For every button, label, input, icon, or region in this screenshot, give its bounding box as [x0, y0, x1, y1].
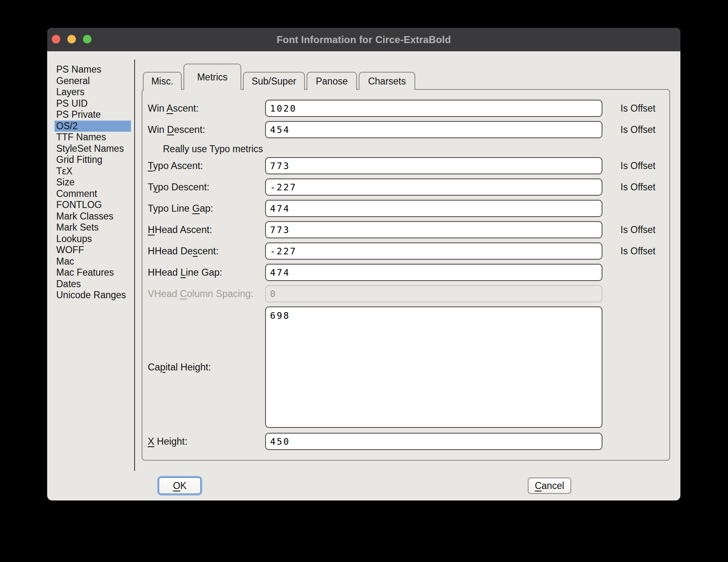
capital-height-input[interactable]: 698: [265, 306, 602, 428]
hhead-ascent-input[interactable]: [265, 221, 602, 238]
zoom-button-icon[interactable]: [83, 35, 92, 43]
hhead-line-gap-label: HHead Line Gap:: [148, 264, 271, 281]
close-button-icon[interactable]: [52, 35, 60, 43]
minimize-button-icon[interactable]: [67, 35, 76, 43]
sidebar-item-ttf-names[interactable]: TTF Names: [55, 132, 131, 143]
hhead-descent-input[interactable]: [265, 242, 602, 260]
sidebar-item-general[interactable]: General: [55, 75, 131, 87]
sidebar-item-grid-fitting[interactable]: Grid Fitting: [55, 154, 131, 166]
sidebar-item-os2[interactable]: OS/2: [55, 121, 131, 132]
x-height-label: X Height:: [148, 433, 271, 450]
sidebar-item-styleset-names[interactable]: StyleSet Names: [55, 143, 131, 155]
sidebar: PS Names General Layers PS UID PS Privat…: [55, 64, 131, 301]
hhead-line-gap-input[interactable]: [265, 264, 602, 281]
typo-descent-is-offset-checkbox[interactable]: Is Offset: [620, 178, 680, 196]
hhead-descent-is-offset-checkbox[interactable]: Is Offset: [620, 242, 680, 260]
tab-sub-super[interactable]: Sub/Super: [243, 72, 305, 90]
typo-descent-input[interactable]: [265, 178, 602, 196]
hhead-ascent-is-offset-checkbox[interactable]: Is Offset: [620, 221, 680, 238]
ok-button[interactable]: OK: [158, 477, 201, 494]
cancel-button[interactable]: Cancel: [528, 477, 571, 494]
vhead-column-spacing-input: [265, 285, 602, 302]
win-descent-input[interactable]: [265, 121, 602, 138]
titlebar[interactable]: Font Information for Circe-ExtraBold: [47, 28, 680, 51]
sidebar-item-dates[interactable]: Dates: [55, 279, 131, 290]
typo-ascent-is-offset-checkbox[interactable]: Is Offset: [620, 157, 680, 174]
font-information-window: Font Information for Circe-ExtraBold PS …: [47, 28, 680, 500]
tab-bar: Misc. Metrics Sub/Super Panose Charsets: [143, 64, 415, 90]
sidebar-item-mark-sets[interactable]: Mark Sets: [55, 222, 131, 233]
sidebar-item-layers[interactable]: Layers: [55, 87, 131, 98]
win-ascent-label: Win Ascent:: [148, 100, 271, 117]
tab-metrics[interactable]: Metrics: [183, 64, 241, 90]
typo-ascent-label: Typo Ascent:: [148, 157, 271, 174]
tab-misc[interactable]: Misc.: [143, 72, 182, 90]
really-use-typo-metrics-checkbox[interactable]: Really use Typo metrics: [163, 144, 263, 155]
sidebar-item-size[interactable]: Size: [55, 177, 131, 188]
hhead-descent-label: HHead Descent:: [148, 242, 271, 260]
sidebar-item-comment[interactable]: Comment: [55, 188, 131, 200]
x-height-input[interactable]: [265, 433, 602, 450]
sidebar-item-ps-names[interactable]: PS Names: [55, 64, 131, 75]
vhead-column-spacing-label: VHead Column Spacing:: [148, 285, 271, 302]
sidebar-item-fontlog[interactable]: FONTLOG: [55, 199, 131, 211]
sidebar-item-ps-uid[interactable]: PS UID: [55, 98, 131, 110]
tab-charsets[interactable]: Charsets: [359, 72, 415, 90]
sidebar-item-unicode-ranges[interactable]: Unicode Ranges: [55, 290, 131, 301]
sidebar-item-tex[interactable]: TεX: [55, 166, 131, 177]
typo-ascent-input[interactable]: [265, 157, 602, 174]
sidebar-item-lookups[interactable]: Lookups: [55, 233, 131, 245]
typo-line-gap-input[interactable]: [265, 200, 602, 217]
tab-panose[interactable]: Panose: [307, 72, 357, 90]
hhead-ascent-label: HHead Ascent:: [148, 221, 271, 238]
sidebar-item-mac-features[interactable]: Mac Features: [55, 267, 131, 279]
win-ascent-is-offset-checkbox[interactable]: Is Offset: [620, 100, 680, 117]
sidebar-item-mac[interactable]: Mac: [55, 256, 131, 267]
window-title: Font Information for Circe-ExtraBold: [277, 34, 451, 46]
win-ascent-input[interactable]: [265, 100, 602, 117]
win-descent-is-offset-checkbox[interactable]: Is Offset: [620, 121, 680, 138]
typo-descent-label: Typo Descent:: [148, 178, 271, 196]
capital-height-label: Capital Height:: [148, 359, 271, 376]
sidebar-item-mark-classes[interactable]: Mark Classes: [55, 211, 131, 222]
sidebar-divider: [134, 59, 135, 471]
sidebar-item-woff[interactable]: WOFF: [55, 244, 131, 256]
win-descent-label: Win Descent:: [148, 121, 271, 138]
sidebar-item-ps-private[interactable]: PS Private: [55, 109, 131, 121]
typo-line-gap-label: Typo Line Gap:: [148, 200, 271, 217]
